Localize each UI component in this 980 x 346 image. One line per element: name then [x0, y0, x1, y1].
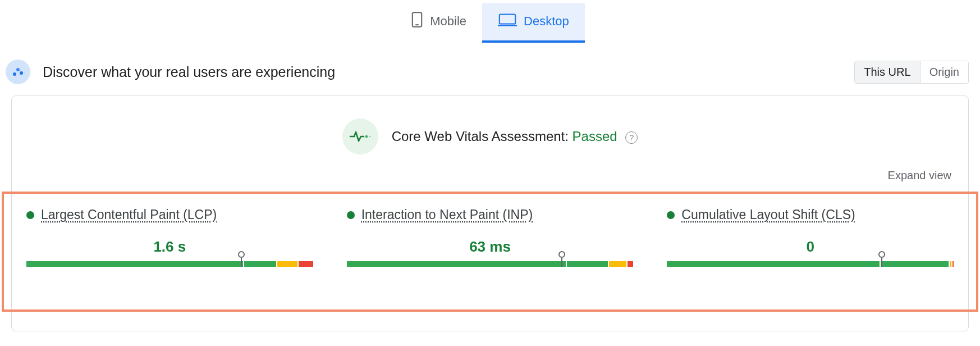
svg-point-8 [369, 136, 370, 137]
svg-rect-2 [500, 15, 515, 24]
tab-desktop[interactable]: Desktop [482, 3, 585, 43]
metric-lcp-name[interactable]: Largest Contentful Paint (LCP) [41, 207, 217, 222]
bar-seg-warn [277, 261, 297, 267]
metrics-grid: Largest Contentful Paint (LCP) 1.6 s Int… [26, 207, 954, 299]
status-dot-good [347, 211, 355, 219]
status-dot-good [667, 211, 675, 219]
assessment-status: Passed [573, 129, 617, 144]
metric-pin [558, 251, 565, 267]
expand-view-link[interactable]: Expand view [888, 169, 951, 182]
device-tabs: Mobile Desktop [0, 0, 980, 43]
bar-seg-good [881, 261, 949, 267]
metric-inp-bar [347, 261, 634, 267]
scope-this-url[interactable]: This URL [855, 61, 919, 83]
bar-seg-good [26, 261, 243, 267]
help-icon[interactable]: ? [625, 131, 638, 144]
bar-seg-good [347, 261, 566, 267]
metric-lcp: Largest Contentful Paint (LCP) 1.6 s [26, 207, 313, 299]
metric-lcp-value: 1.6 s [26, 238, 313, 256]
bar-seg-bad [628, 261, 633, 267]
assessment-prefix: Core Web Vitals Assessment: [392, 129, 569, 144]
svg-point-4 [13, 72, 16, 76]
metric-inp-value: 63 ms [347, 238, 634, 256]
page-title: Discover what your real users are experi… [43, 64, 335, 80]
metric-pin [238, 251, 245, 267]
bar-seg-warn [950, 261, 951, 267]
desktop-icon [498, 12, 517, 30]
vitals-card: Core Web Vitals Assessment: Passed ? Exp… [11, 95, 969, 331]
metric-inp-name[interactable]: Interaction to Next Paint (INP) [361, 207, 533, 222]
bar-seg-warn [609, 261, 626, 267]
bar-seg-good [667, 261, 880, 267]
metric-pin [878, 251, 885, 267]
metric-cls-bar [667, 261, 954, 267]
bar-seg-bad [952, 261, 954, 267]
mobile-icon [411, 11, 423, 31]
metric-cls-name[interactable]: Cumulative Layout Shift (CLS) [681, 207, 855, 222]
assessment-row: Core Web Vitals Assessment: Passed ? [12, 119, 968, 154]
bar-seg-good [244, 261, 276, 267]
discover-icon [6, 60, 30, 84]
metric-inp: Interaction to Next Paint (INP) 63 ms [347, 207, 634, 299]
tab-desktop-label: Desktop [524, 14, 569, 29]
metrics-highlight: Largest Contentful Paint (LCP) 1.6 s Int… [2, 192, 978, 312]
tab-mobile-label: Mobile [430, 14, 466, 29]
pulse-icon [342, 119, 378, 154]
scope-toggle: This URL Origin [854, 61, 969, 84]
header-left: Discover what your real users are experi… [6, 60, 335, 84]
bar-seg-bad [299, 261, 313, 267]
scope-origin[interactable]: Origin [920, 61, 968, 83]
metric-cls: Cumulative Layout Shift (CLS) 0 [667, 207, 954, 299]
assessment-text: Core Web Vitals Assessment: Passed ? [392, 129, 638, 144]
svg-point-5 [16, 68, 20, 71]
bar-seg-good [567, 261, 608, 267]
metric-cls-value: 0 [667, 238, 954, 256]
status-dot-good [26, 211, 34, 219]
svg-point-6 [20, 71, 23, 75]
tab-mobile[interactable]: Mobile [395, 3, 482, 43]
header-row: Discover what your real users are experi… [0, 43, 980, 95]
svg-point-7 [365, 135, 367, 138]
metric-lcp-bar [26, 261, 313, 267]
